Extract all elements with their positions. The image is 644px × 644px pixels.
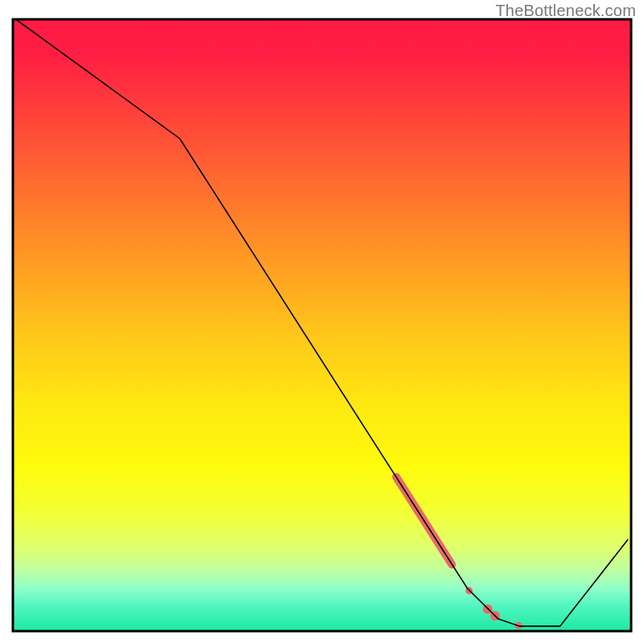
gradient-background (13, 19, 631, 631)
bottleneck-chart: TheBottleneck.com (0, 0, 644, 644)
chart-svg (0, 0, 644, 644)
attribution-label: TheBottleneck.com (495, 2, 636, 20)
